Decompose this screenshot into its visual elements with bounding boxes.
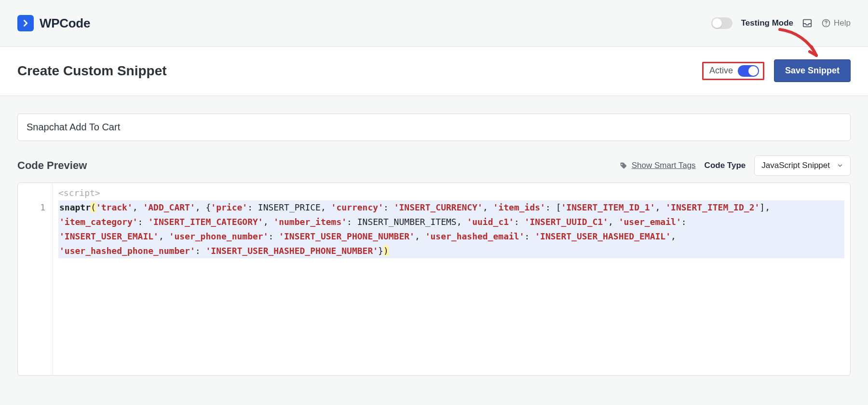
active-toggle-group: Active bbox=[702, 62, 764, 80]
chevron-down-icon bbox=[837, 162, 843, 169]
code-type-value: JavaScript Snippet bbox=[761, 161, 830, 170]
code-line-4: 'user_hashed_phone_number': 'INSERT_USER… bbox=[58, 244, 844, 258]
code-type-select[interactable]: JavaScript Snippet bbox=[754, 155, 851, 176]
active-toggle[interactable] bbox=[738, 65, 759, 77]
testing-mode-label: Testing Mode bbox=[741, 18, 793, 28]
svg-point-3 bbox=[621, 164, 623, 165]
brand-name: WPCode bbox=[40, 16, 90, 31]
help-icon bbox=[821, 18, 831, 28]
code-line-1: snaptr('track', 'ADD_CART', {'price': IN… bbox=[58, 200, 844, 215]
page-title: Create Custom Snippet bbox=[17, 63, 167, 79]
code-preview-title: Code Preview bbox=[17, 159, 87, 172]
show-smart-tags-label[interactable]: Show Smart Tags bbox=[632, 161, 696, 170]
help-label: Help bbox=[834, 18, 851, 28]
inbox-icon[interactable] bbox=[802, 18, 813, 28]
brand-mark bbox=[17, 15, 34, 31]
svg-point-2 bbox=[826, 25, 827, 26]
brand-logo: WPCode bbox=[17, 15, 90, 31]
code-line-2: 'item_category': 'INSERT_ITEM_CATEGORY',… bbox=[58, 215, 844, 229]
code-area[interactable]: <script> snaptr('track', 'ADD_CART', {'p… bbox=[53, 183, 850, 375]
show-smart-tags-link[interactable]: Show Smart Tags bbox=[618, 160, 696, 171]
code-type-label: Code Type bbox=[705, 161, 746, 170]
code-editor[interactable]: 1 <script> snaptr('track', 'ADD_CART', {… bbox=[17, 182, 851, 376]
code-line-3: 'INSERT_USER_EMAIL', 'user_phone_number'… bbox=[58, 229, 844, 244]
tags-icon bbox=[618, 160, 629, 171]
line-number: 1 bbox=[18, 200, 45, 215]
save-snippet-button[interactable]: Save Snippet bbox=[774, 59, 851, 82]
script-tag-open: <script> bbox=[58, 188, 100, 198]
editor-gutter: 1 bbox=[18, 183, 53, 375]
testing-mode-toggle[interactable] bbox=[711, 17, 732, 29]
active-label: Active bbox=[709, 66, 733, 76]
snippet-title-input[interactable] bbox=[17, 113, 851, 141]
help-link[interactable]: Help bbox=[821, 18, 851, 28]
